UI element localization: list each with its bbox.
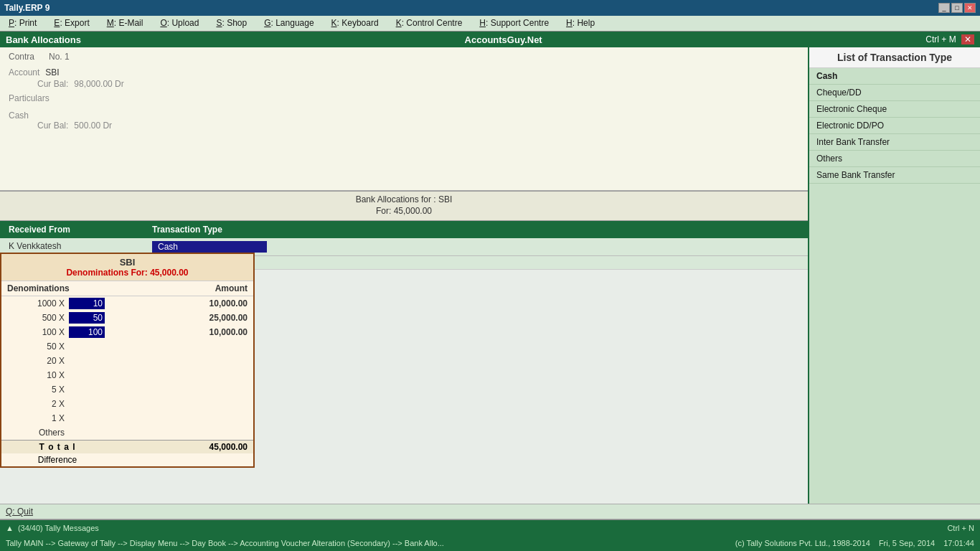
list-item-electronic-dd/po[interactable]: Electronic DD/PO <box>809 118 980 134</box>
denom-row-0: 1000 X10,000.00 <box>1 296 253 311</box>
denom-diff-row: Difference <box>1 453 253 466</box>
denom-sub-amount: 45,000.00 <box>150 268 188 278</box>
denom-row-8: 1 X <box>1 411 253 425</box>
list-item-electronic-cheque[interactable]: Electronic Cheque <box>809 101 980 118</box>
header-bar: Bank Allocations AccountsGuy.Net Ctrl + … <box>0 32 980 47</box>
menu-email[interactable]: M: E-Mail <box>98 16 152 31</box>
menu-shop[interactable]: S: Shop <box>207 16 255 31</box>
denom-qty-1 <box>65 312 108 324</box>
denom-amount-0: 10,000.00 <box>108 298 248 309</box>
menu-language[interactable]: G: Language <box>255 16 322 31</box>
list-item-cheque/dd[interactable]: Cheque/DD <box>809 85 980 101</box>
menu-help[interactable]: H: Help <box>557 16 603 31</box>
denom-amount-1: 25,000.00 <box>108 313 248 323</box>
right-panel: List of Transaction Type CashCheque/DDEl… <box>808 47 980 504</box>
close-header-btn[interactable]: ✕ <box>961 34 974 44</box>
cash-bal-value: 500.00 Dr <box>74 121 112 131</box>
total-label: T o t a l <box>7 442 108 452</box>
footer: Q: Quit ▲ (34/40) Tally Messages Ctrl + … <box>0 504 980 551</box>
menu-support[interactable]: H: Support Centre <box>471 16 557 31</box>
denom-rows-container: 1000 X10,000.00500 X25,000.00100 X10,000… <box>1 296 253 440</box>
page-title: Bank Allocations <box>6 34 81 45</box>
cur-bal-label: Cur Bal: <box>37 79 68 89</box>
denom-row-5: 10 X <box>1 368 253 382</box>
app-title: Tally.ERP 9 <box>4 3 50 13</box>
ctrl-m-label: Ctrl + M ✕ <box>925 34 974 44</box>
denom-label-7: 2 X <box>7 399 65 409</box>
quit-label[interactable]: Q: Quit <box>6 507 33 517</box>
menu-keyboard[interactable]: K: Keyboard <box>323 16 387 31</box>
denom-total-row: T o t a l 45,000.00 <box>1 440 253 453</box>
menu-upload[interactable]: O: Upload <box>151 16 207 31</box>
col-denom-header: Denominations <box>7 283 93 293</box>
denom-row-7: 2 X <box>1 397 253 411</box>
expand-icon[interactable]: ▲ <box>6 524 14 532</box>
alloc-info-line1: Bank Allocations for : SBI <box>9 194 799 204</box>
menu-print[interactable]: P: Print <box>0 16 45 31</box>
voucher-section: Contra No. 1 Account SBI Cur Bal: 98,000… <box>0 47 808 191</box>
menu-control-centre[interactable]: K: Control Centre <box>387 16 471 31</box>
denom-label-0: 1000 X <box>7 298 65 309</box>
table-header: Received From Transaction Type <box>0 221 808 238</box>
voucher-number: No. 1 <box>49 52 70 62</box>
denom-label-8: 1 X <box>7 413 65 423</box>
messages-bar: ▲ (34/40) Tally Messages Ctrl + N <box>0 519 980 535</box>
menu-bar: P: Print E: Export M: E-Mail O: Upload S… <box>0 16 980 32</box>
site-name: AccountsGuy.Net <box>465 34 542 45</box>
denom-sub-label: Denominations For: <box>66 268 147 278</box>
denom-popup: SBI Denominations For: 45,000.00 Denomin… <box>0 253 255 468</box>
list-item-inter-bank-transfer[interactable]: Inter Bank Transfer <box>809 134 980 151</box>
alloc-info-bar: Bank Allocations for : SBI For: 45,000.0… <box>0 191 808 221</box>
denom-label-1: 500 X <box>7 313 65 323</box>
list-item-cash[interactable]: Cash <box>809 68 980 85</box>
window-controls[interactable]: _ □ ✕ <box>938 3 976 13</box>
voucher-type-label: Contra <box>9 52 34 62</box>
diff-amount <box>108 455 248 465</box>
messages-label: (34/40) Tally Messages <box>18 524 99 532</box>
diff-label: Difference <box>7 455 108 465</box>
denom-row-6: 5 X <box>1 382 253 397</box>
status-copyright: (c) Tally Solutions Pvt. Ltd., 1988-2014 <box>735 539 870 547</box>
denom-label-4: 20 X <box>7 356 65 366</box>
entry-type[interactable]: Cash <box>152 241 267 253</box>
close-button[interactable]: ✕ <box>964 3 976 13</box>
denom-label-3: 50 X <box>7 342 65 352</box>
total-amount: 45,000.00 <box>108 442 248 452</box>
cur-bal-value: 98,000.00 Dr <box>74 79 123 89</box>
entry-name: K Venkkatesh <box>9 241 152 251</box>
right-panel-header: List of Transaction Type <box>809 47 980 68</box>
main-content: Contra No. 1 Account SBI Cur Bal: 98,000… <box>0 47 808 504</box>
cash-label: Cash <box>9 110 29 121</box>
col-amount-header: Amount <box>93 283 248 293</box>
account-name: SBI <box>45 67 59 77</box>
list-items-container: CashCheque/DDElectronic ChequeElectronic… <box>809 68 980 184</box>
denom-row-1: 500 X25,000.00 <box>1 311 253 325</box>
denom-qty-input-0[interactable] <box>69 298 105 309</box>
denom-header: SBI Denominations For: 45,000.00 <box>1 254 253 281</box>
denom-col-header: Denominations Amount <box>1 281 253 296</box>
ctrl-n-label: Ctrl + N <box>947 524 974 532</box>
denom-row-2: 100 X10,000.00 <box>1 325 253 339</box>
account-label: Account <box>9 67 39 77</box>
denom-row-4: 20 X <box>1 354 253 368</box>
list-item-others[interactable]: Others <box>809 151 980 167</box>
cash-bal-label: Cur Bal: <box>37 121 68 131</box>
minimize-button[interactable]: _ <box>938 3 950 13</box>
status-time: 17:01:44 <box>943 539 974 547</box>
denom-label-9: Others <box>7 428 65 438</box>
quit-bar: Q: Quit <box>0 504 980 519</box>
title-bar: Tally.ERP 9 _ □ ✕ <box>0 0 980 16</box>
denom-row-9: Others <box>1 425 253 440</box>
particulars-label: Particulars <box>9 93 50 103</box>
denom-qty-input-2[interactable] <box>69 326 105 338</box>
status-path: Tally MAIN --> Gateway of Tally --> Disp… <box>6 539 727 547</box>
menu-export[interactable]: E: Export <box>45 16 98 31</box>
maximize-button[interactable]: □ <box>951 3 963 13</box>
denom-qty-input-1[interactable] <box>69 312 105 324</box>
list-item-same-bank-transfer[interactable]: Same Bank Transfer <box>809 167 980 184</box>
alloc-info-line2: For: 45,000.00 <box>9 206 799 216</box>
denom-amount-2: 10,000.00 <box>108 327 248 337</box>
denom-label-6: 5 X <box>7 385 65 395</box>
col-header-received: Received From <box>9 225 152 235</box>
denom-label-5: 10 X <box>7 370 65 380</box>
